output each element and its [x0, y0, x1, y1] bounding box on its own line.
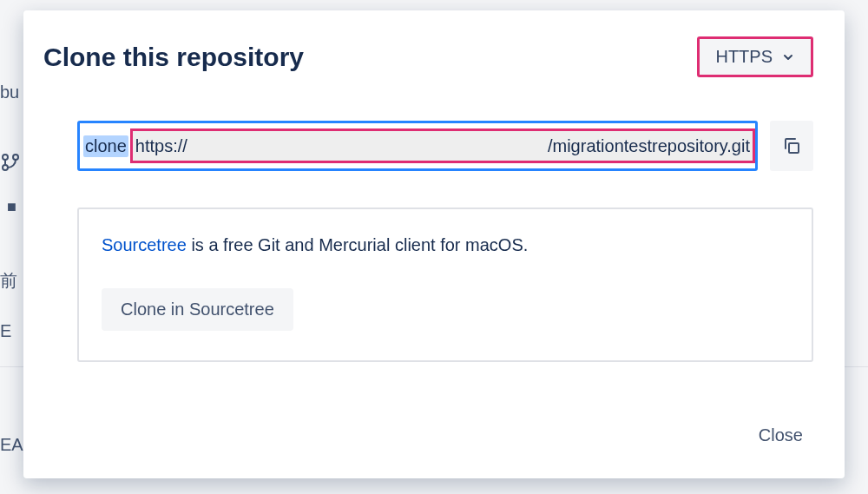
sourcetree-desc-rest: is a free Git and Mercurial client for m…	[187, 235, 528, 254]
clone-command-prefix: clone	[83, 135, 128, 157]
svg-point-1	[13, 155, 18, 160]
url-host-redacted	[187, 131, 548, 161]
close-button[interactable]: Close	[750, 418, 812, 452]
backdrop-text: bu	[0, 82, 19, 102]
protocol-label: HTTPS	[715, 47, 773, 67]
backdrop-text: E	[0, 321, 11, 341]
sourcetree-link[interactable]: Sourcetree	[102, 235, 187, 254]
sourcetree-card: Sourcetree is a free Git and Mercurial c…	[77, 207, 813, 362]
svg-point-0	[3, 155, 8, 160]
clone-in-sourcetree-button[interactable]: Clone in Sourcetree	[102, 288, 293, 331]
clone-url-text: clone https:// /migrationtestrepository.…	[80, 123, 755, 168]
sourcetree-description: Sourcetree is a free Git and Mercurial c…	[102, 235, 789, 255]
copy-icon	[781, 135, 802, 156]
chevron-down-icon	[781, 50, 795, 64]
clone-url-row: clone https:// /migrationtestrepository.…	[23, 121, 845, 171]
modal-title: Clone this repository	[43, 43, 304, 72]
modal-footer: Close	[23, 418, 845, 478]
copy-button[interactable]	[770, 121, 813, 171]
svg-rect-3	[789, 143, 799, 153]
square-icon: ■	[7, 198, 16, 216]
url-highlight: https:// /migrationtestrepository.git	[130, 128, 755, 163]
modal-header: Clone this repository HTTPS	[23, 10, 845, 95]
url-scheme: https://	[133, 131, 187, 161]
clone-repository-modal: Clone this repository HTTPS clone https:…	[23, 10, 845, 478]
backdrop-text: EA	[0, 435, 23, 455]
svg-point-2	[3, 165, 8, 170]
branch-icon	[0, 152, 21, 176]
url-path: /migrationtestrepository.git	[548, 131, 753, 161]
clone-url-field[interactable]: clone https:// /migrationtestrepository.…	[77, 121, 758, 171]
protocol-dropdown[interactable]: HTTPS	[697, 36, 813, 77]
backdrop-text: 前	[0, 269, 17, 293]
